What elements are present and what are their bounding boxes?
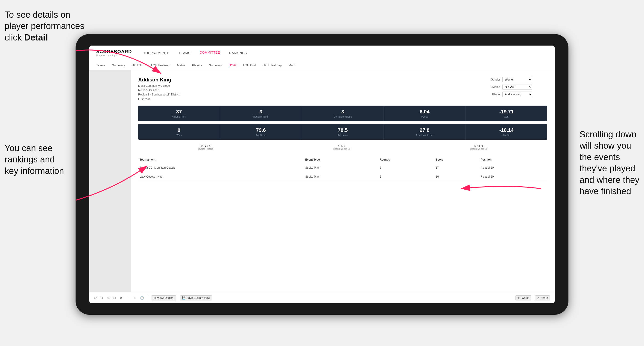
stat-regional-rank: 3 Regional Rank: [220, 106, 302, 121]
annotation-bl-line2: rankings and: [4, 155, 55, 164]
score-1: 17: [434, 163, 479, 172]
logo-text: SCOREBOARD: [96, 49, 132, 54]
national-rank-value: 37: [140, 109, 218, 115]
watch-button[interactable]: 👁 Watch: [516, 295, 531, 301]
overall-record: 91-20-1 Overall Record: [198, 144, 214, 150]
stat-avg-score-par: 27.8 Avg Score to Par: [384, 124, 466, 140]
annotation-bl-line1: You can see: [4, 143, 52, 153]
gender-select[interactable]: Women Men: [502, 77, 532, 82]
left-panel: [89, 70, 131, 292]
rounds-1: 2: [378, 163, 434, 172]
top25-record-label: Record vs top 25: [333, 148, 350, 150]
annotation-line1: To see details on: [4, 10, 70, 19]
gender-label: Gender: [488, 78, 500, 81]
division-select[interactable]: NJCAA I NCAA I: [502, 84, 532, 90]
player-year: First Year: [138, 97, 180, 101]
share-label: Share: [540, 296, 548, 300]
stat-adj-score: 78.5 Adj Score: [302, 124, 384, 140]
wins-label: Wins: [140, 134, 218, 136]
stat-points: 6.04 Points: [384, 106, 466, 121]
grid-icon[interactable]: ⊞: [107, 296, 110, 300]
share-button[interactable]: ↗ Share: [535, 295, 550, 301]
redo-icon[interactable]: ↪: [100, 296, 103, 300]
player-header: Addison King Mesa Community College NJCA…: [138, 77, 547, 101]
annotation-r-line3: the events: [580, 152, 620, 162]
player-college: Mesa Community College: [138, 84, 180, 88]
player-control: Player Addison King: [488, 92, 547, 97]
stats-grid-row2: 0 Wins 79.6 Avg Score 78.5 Adj Score 27.…: [138, 124, 547, 140]
records-row: 91-20-1 Overall Record 1-5-0 Record vs t…: [138, 142, 547, 152]
table-row: Lady Coyote Invite Stroke Play 2 16 7 ou…: [138, 172, 547, 181]
avg-score-label: Avg Score: [222, 134, 299, 136]
subnav-summary2[interactable]: Summary: [209, 63, 222, 68]
division-control: Division NJCAA I NCAA I: [488, 84, 547, 90]
minus-icon[interactable]: －: [126, 296, 130, 300]
annotation-r-line5: and where they: [580, 175, 640, 185]
view-original-button[interactable]: ⊙ View: Original: [152, 295, 176, 301]
sub-navigation: Teams Summary H2H Grid H2H Heatmap Matri…: [89, 60, 555, 70]
points-value: 6.04: [386, 109, 463, 115]
watch-label: Watch: [522, 296, 529, 300]
subnav-h2hgrid[interactable]: H2H Grid: [132, 63, 144, 68]
division-label: Division: [488, 85, 500, 89]
top50-record-label: Record vs top 50: [470, 148, 488, 150]
close-icon[interactable]: ✕: [120, 296, 122, 300]
overall-record-value: 91-20-1: [198, 144, 214, 148]
adj-score-value: 78.5: [304, 127, 381, 133]
top25-record-value: 1-5-0: [333, 144, 350, 148]
nav-rankings[interactable]: RANKINGS: [229, 51, 247, 55]
regional-rank-value: 3: [222, 109, 299, 115]
annotation-r-line2: will show you: [580, 141, 631, 151]
conference-rank-label: Conference Rank: [304, 116, 381, 118]
player-controls: Gender Women Men Division NJCAA I NCAA I: [488, 77, 547, 97]
player-select[interactable]: Addison King: [502, 92, 532, 97]
event-type-1: Stroke Play: [304, 163, 378, 172]
sos-value: -19.71: [468, 109, 545, 115]
col-event-type: Event Type: [304, 156, 378, 163]
position-1: 4 out of 20: [479, 163, 547, 172]
sos-label: SoS: [468, 116, 545, 118]
top50-record: 5-11-1 Record vs top 50: [470, 144, 488, 150]
nav-teams[interactable]: TEAMS: [179, 51, 190, 55]
stats-grid-row1: 37 National Rank 3 Regional Rank 3 Confe…: [138, 106, 547, 121]
tournament-table: Tournament Event Type Rounds Score Posit…: [138, 156, 547, 181]
grid2-icon[interactable]: ⊟: [113, 296, 116, 300]
national-rank-label: National Rank: [140, 116, 218, 118]
top25-record: 1-5-0 Record vs top 25: [333, 144, 350, 150]
subnav-players[interactable]: Players: [192, 63, 202, 68]
player-info: Addison King Mesa Community College NJCA…: [138, 77, 180, 101]
position-2: 7 out of 20: [479, 172, 547, 181]
avg-score-par-value: 27.8: [386, 127, 463, 133]
share-icon: ↗: [537, 296, 540, 300]
subnav-h2hheatmap2[interactable]: H2H Heatmap: [262, 63, 282, 68]
nav-tournaments[interactable]: TOURNAMENTS: [143, 51, 169, 55]
annotation-line2: player performances: [4, 21, 84, 31]
view-label: View: Original: [157, 296, 174, 300]
subnav-summary[interactable]: Summary: [112, 63, 125, 68]
player-name: Addison King: [138, 77, 180, 83]
table-row: Estella CC- Mountain Classic Stroke Play…: [138, 163, 547, 172]
clock-icon[interactable]: 🕐: [140, 296, 144, 300]
stat-sos: -19.71 SoS: [466, 106, 547, 121]
subnav-matrix[interactable]: Matrix: [177, 63, 185, 68]
logo-sub: Powered by clippd: [96, 54, 117, 57]
view-icon: ⊙: [154, 296, 156, 300]
subnav-matrix2[interactable]: Matrix: [288, 63, 297, 68]
nav-committee[interactable]: COMMITTEE: [200, 51, 220, 55]
avg-score-par-label: Avg Score to Par: [386, 134, 463, 136]
undo-icon[interactable]: ↩: [94, 296, 97, 300]
save-custom-view-button[interactable]: 💾 Save Custom View: [180, 295, 212, 301]
points-label: Points: [386, 116, 463, 118]
main-content: Addison King Mesa Community College NJCA…: [89, 70, 555, 292]
col-rounds: Rounds: [378, 156, 434, 163]
subnav-h2hheatmap[interactable]: H2H Heatmap: [151, 63, 170, 68]
tablet-screen: SCOREBOARD Powered by clippd TOURNAMENTS…: [89, 45, 555, 303]
subnav-detail[interactable]: Detail: [229, 62, 236, 68]
subnav-h2hgrid2[interactable]: H2H Grid: [243, 63, 256, 68]
subnav-teams[interactable]: Teams: [96, 63, 105, 68]
plus-icon[interactable]: ＋: [133, 296, 136, 300]
detail-panel: Addison King Mesa Community College NJCA…: [131, 70, 555, 292]
wins-value: 0: [140, 127, 218, 133]
tournament-name-1: Estella CC- Mountain Classic: [138, 163, 304, 172]
logo: SCOREBOARD Powered by clippd: [96, 49, 132, 57]
